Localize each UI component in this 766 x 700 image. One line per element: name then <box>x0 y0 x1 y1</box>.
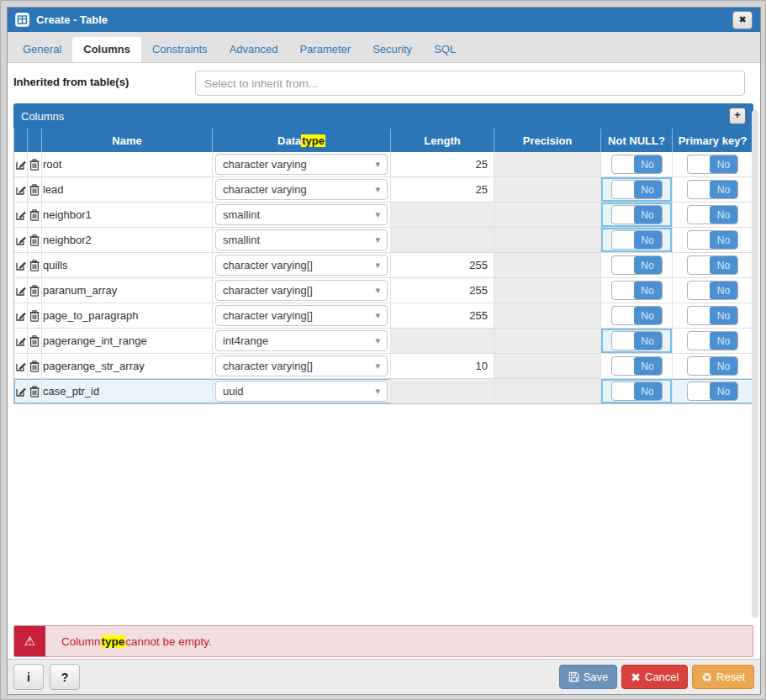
data-type-select[interactable]: int4range▾ <box>215 330 388 351</box>
dialog-title-bar[interactable]: Create - Table ✖ <box>8 8 760 32</box>
not-null-toggle-cell: No <box>601 152 673 176</box>
primary-key-toggle-cell: No <box>673 152 753 176</box>
data-type-select[interactable]: character varying[]▾ <box>215 305 388 326</box>
not-null-toggle[interactable]: No <box>611 255 663 275</box>
not-null-toggle[interactable]: No <box>611 230 663 250</box>
not-null-toggle[interactable]: No <box>611 331 663 350</box>
column-name-cell[interactable]: paranum_array <box>42 278 213 303</box>
data-type-select[interactable]: smallint▾ <box>215 229 388 250</box>
precision-cell <box>494 303 601 328</box>
primary-key-toggle[interactable]: No <box>687 331 738 350</box>
not-null-toggle[interactable]: No <box>611 155 663 174</box>
edit-pencil-icon <box>15 285 27 297</box>
data-type-select[interactable]: character varying▾ <box>215 154 388 175</box>
sql-help-button[interactable]: i <box>13 664 44 690</box>
create-table-dialog: Create - Table ✖ GeneralColumnsConstrain… <box>7 7 761 695</box>
length-cell[interactable]: 255 <box>391 303 494 328</box>
length-cell[interactable]: 255 <box>391 253 494 277</box>
primary-key-toggle[interactable]: No <box>687 205 738 224</box>
length-cell[interactable]: 25 <box>391 177 494 202</box>
primary-key-toggle[interactable]: No <box>687 180 738 199</box>
data-type-select[interactable]: character varying[]▾ <box>215 355 388 376</box>
primary-key-toggle[interactable]: No <box>687 281 738 300</box>
delete-row-button[interactable] <box>28 379 42 403</box>
data-type-cell: character varying[]▾ <box>213 253 391 277</box>
not-null-toggle[interactable]: No <box>611 382 663 401</box>
delete-row-button[interactable] <box>28 253 42 277</box>
tab-advanced[interactable]: Advanced <box>219 37 289 62</box>
primary-key-toggle[interactable]: No <box>687 230 738 250</box>
column-name-cell[interactable]: root <box>42 152 213 176</box>
primary-key-toggle-cell: No <box>673 253 753 277</box>
inherited-from-input[interactable] <box>195 71 745 96</box>
column-name-cell[interactable]: page_to_paragraph <box>42 303 213 328</box>
column-name-cell[interactable]: pagerange_int_range <box>42 329 213 353</box>
delete-row-button[interactable] <box>28 203 42 227</box>
primary-key-toggle[interactable]: No <box>687 255 738 275</box>
edit-row-button[interactable] <box>14 253 28 277</box>
close-icon[interactable]: ✖ <box>732 11 753 29</box>
table-row: case_ptr_iduuid▾NoNo <box>14 379 753 403</box>
cancel-button[interactable]: ✖ Cancel <box>621 665 688 689</box>
tab-columns[interactable]: Columns <box>72 37 141 62</box>
precision-cell <box>494 177 601 202</box>
data-type-select[interactable]: character varying▾ <box>215 179 388 200</box>
data-type-select[interactable]: character varying[]▾ <box>215 280 388 301</box>
delete-row-button[interactable] <box>28 278 42 303</box>
primary-key-toggle[interactable]: No <box>687 306 738 325</box>
dialog-content: Inherited from table(s) Columns + Name <box>8 63 760 659</box>
not-null-toggle-cell: No <box>601 177 673 202</box>
delete-row-button[interactable] <box>28 228 42 252</box>
edit-row-button[interactable] <box>14 278 28 303</box>
not-null-toggle[interactable]: No <box>611 205 663 224</box>
edit-row-button[interactable] <box>14 354 28 378</box>
delete-row-button[interactable] <box>28 354 42 378</box>
edit-pencil-icon <box>15 386 27 397</box>
tab-parameter[interactable]: Parameter <box>288 37 362 62</box>
length-cell[interactable]: 25 <box>391 152 494 176</box>
save-button[interactable]: Save <box>559 665 618 689</box>
delete-row-button[interactable] <box>28 303 42 328</box>
column-name-cell[interactable]: quills <box>42 253 213 277</box>
header-primary-key: Primary key? <box>673 129 753 152</box>
edit-row-button[interactable] <box>14 152 28 176</box>
tab-constraints[interactable]: Constraints <box>141 37 219 62</box>
not-null-toggle[interactable]: No <box>611 281 663 300</box>
table-row: neighbor2smallint▾NoNo <box>14 228 753 253</box>
column-name-cell[interactable]: case_ptr_id <box>42 379 213 403</box>
data-type-select[interactable]: uuid▾ <box>215 381 388 402</box>
primary-key-toggle[interactable]: No <box>687 356 738 376</box>
column-name-cell[interactable]: neighbor1 <box>42 203 213 227</box>
data-type-select[interactable]: character varying[]▾ <box>215 255 388 276</box>
not-null-toggle[interactable]: No <box>611 180 663 199</box>
not-null-toggle[interactable]: No <box>611 356 663 376</box>
precision-cell <box>494 379 601 403</box>
edit-row-button[interactable] <box>14 329 28 353</box>
edit-row-button[interactable] <box>14 203 28 227</box>
recycle-icon: ♻ <box>701 671 712 683</box>
column-name-cell[interactable]: neighbor2 <box>42 228 213 252</box>
column-name-cell[interactable]: lead <box>42 177 213 202</box>
reset-button[interactable]: ♻ Reset <box>692 665 754 689</box>
column-name-cell[interactable]: pagerange_str_array <box>42 354 213 378</box>
tab-security[interactable]: Security <box>362 37 423 62</box>
primary-key-toggle[interactable]: No <box>687 155 738 174</box>
delete-row-button[interactable] <box>28 329 42 353</box>
delete-row-button[interactable] <box>28 152 42 176</box>
length-cell[interactable]: 255 <box>391 278 494 303</box>
primary-key-toggle[interactable]: No <box>687 382 738 401</box>
edit-row-button[interactable] <box>14 228 28 252</box>
tab-general[interactable]: General <box>12 37 72 62</box>
add-column-button[interactable]: + <box>729 108 746 124</box>
length-cell[interactable]: 10 <box>391 354 494 378</box>
edit-row-button[interactable] <box>14 177 28 202</box>
edit-row-button[interactable] <box>14 379 28 403</box>
edit-pencil-icon <box>15 361 27 372</box>
edit-row-button[interactable] <box>14 303 28 328</box>
tab-sql[interactable]: SQL <box>423 37 467 62</box>
data-type-select[interactable]: smallint▾ <box>215 204 388 225</box>
not-null-toggle[interactable]: No <box>611 306 663 325</box>
vertical-scrollbar[interactable] <box>752 110 758 618</box>
dialog-help-button[interactable]: ? <box>50 664 80 690</box>
delete-row-button[interactable] <box>28 177 42 202</box>
